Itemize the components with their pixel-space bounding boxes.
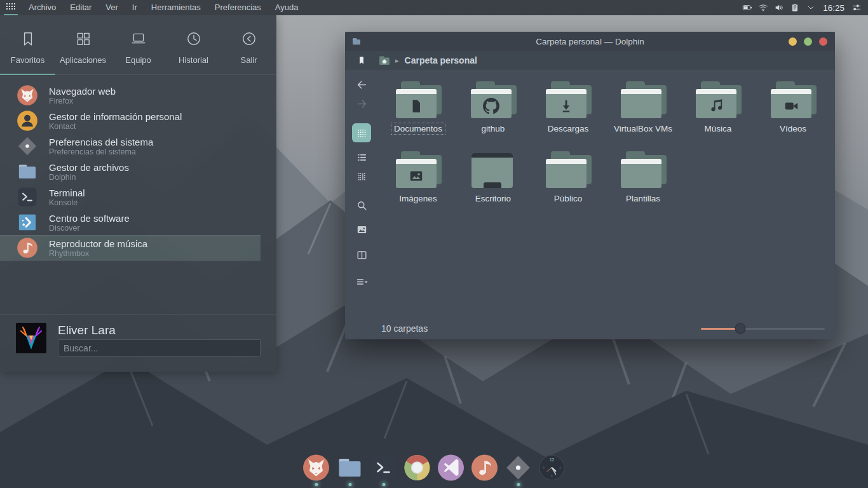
tab-equipo[interactable]: Equipo — [111, 24, 166, 75]
running-indicator — [315, 483, 318, 486]
launcher-footer: Eliver Lara — [0, 314, 276, 372]
folder-icon — [470, 81, 517, 118]
app-launcher-button[interactable] — [0, 0, 22, 15]
folder-item-videos[interactable]: Vídeos — [756, 81, 831, 147]
tab-aplicaciones[interactable]: Aplicaciones — [55, 24, 111, 75]
app-item-navegador-web[interactable]: Navegador webFirefox — [0, 83, 261, 108]
tab-label: Salir — [240, 55, 257, 65]
app-item-reproductor-de-musica[interactable]: Reproductor de músicaRhythmbox — [0, 235, 261, 261]
folder-item-imagenes[interactable]: Imágenes — [381, 151, 456, 217]
folder-item-escritorio[interactable]: Escritorio — [456, 151, 531, 217]
app-item-centro-de-software[interactable]: Centro de softwareDiscover — [0, 210, 261, 235]
app-title: Preferencias del sistema — [49, 137, 153, 147]
app-grid-icon — [6, 3, 15, 13]
zoom-slider-handle[interactable] — [735, 323, 746, 334]
menubar-item-preferencias[interactable]: Preferencias — [208, 0, 268, 15]
clock-analog-icon: 12369 — [538, 454, 566, 482]
folder-label: Música — [702, 123, 735, 135]
places-bookmark-icon[interactable] — [345, 55, 378, 65]
favorites-list: Navegador webFirefoxGestor de informació… — [0, 75, 276, 261]
menubar-item-herramientas[interactable]: Herramientas — [144, 0, 208, 15]
dock-item-system-settings[interactable] — [505, 454, 532, 487]
firefox-icon — [302, 454, 330, 482]
wifi-icon[interactable] — [758, 3, 768, 13]
menubar-item-ver[interactable]: Ver — [98, 0, 125, 15]
maximize-button[interactable] — [804, 37, 812, 46]
hamburger-menu-button[interactable] — [351, 272, 372, 291]
folder-item-github[interactable]: github — [456, 81, 531, 147]
dock-item-chrome[interactable] — [403, 454, 431, 487]
user-name: Eliver Lara — [58, 323, 261, 337]
app-title: Gestor de archivos — [49, 162, 129, 173]
search-input[interactable] — [58, 339, 261, 356]
app-subtitle: Preferencias del sistema — [49, 147, 153, 156]
preview-button[interactable] — [351, 220, 372, 239]
app-subtitle: Kontact — [49, 122, 182, 131]
arrow-right-icon — [356, 98, 368, 110]
folder-item-musica[interactable]: Música — [681, 81, 756, 147]
tab-historial[interactable]: Historial — [166, 24, 221, 75]
icons-view-button[interactable] — [352, 123, 371, 142]
details-view-button[interactable] — [351, 166, 372, 186]
svg-text:12: 12 — [550, 458, 555, 462]
folder-label: Imágenes — [396, 193, 440, 205]
dock-item-rhythmbox[interactable] — [471, 454, 499, 487]
split-button[interactable] — [351, 245, 372, 264]
forward-button[interactable] — [351, 94, 372, 113]
app-item-gestor-de-archivos[interactable]: Gestor de archivosDolphin — [0, 159, 261, 184]
launcher-tabs: FavoritosAplicacionesEquipoHistorialSali… — [0, 15, 276, 75]
sliders-icon[interactable] — [851, 3, 862, 13]
window-title: Carpeta personal — Dolphin — [345, 37, 835, 46]
compact-view-button[interactable] — [351, 147, 372, 166]
zoom-slider[interactable] — [701, 328, 825, 330]
vscode-icon — [437, 454, 465, 482]
folder-label: github — [478, 123, 508, 135]
volume-icon[interactable] — [774, 3, 784, 13]
history-icon — [186, 30, 202, 50]
tab-favoritos[interactable]: Favoritos — [0, 24, 55, 75]
back-button[interactable] — [351, 75, 372, 94]
minimize-button[interactable] — [789, 37, 797, 46]
menubar-item-ir[interactable]: Ir — [125, 0, 144, 15]
folder-item-documentos[interactable]: Documentos — [381, 81, 456, 147]
settings-diamond-icon — [17, 135, 38, 157]
dock-item-vscode[interactable] — [437, 454, 465, 487]
download-emblem-icon — [558, 98, 574, 114]
folder-item-plantillas[interactable]: Plantillas — [606, 151, 681, 217]
folder-view[interactable]: DocumentosgithubDescargasVirtualBox VMsM… — [378, 70, 835, 318]
folder-item-descargas[interactable]: Descargas — [531, 81, 606, 147]
battery-icon[interactable] — [742, 3, 752, 13]
tab-salir[interactable]: Salir — [221, 24, 276, 75]
app-title: Centro de software — [49, 213, 130, 224]
app-item-terminal[interactable]: TerminalKonsole — [0, 184, 261, 210]
app-item-gestor-de-informacion-personal[interactable]: Gestor de información personalKontact — [0, 108, 261, 133]
dock-item-firefox[interactable] — [302, 454, 330, 487]
dock-item-clock-widget[interactable]: 12369 — [538, 454, 566, 487]
search-icon — [356, 200, 368, 212]
tray-clock[interactable]: 16:25 — [823, 3, 844, 13]
svg-text:9: 9 — [543, 466, 545, 470]
titlebar[interactable]: Carpeta personal — Dolphin — [345, 32, 835, 51]
running-indicator — [382, 483, 385, 486]
dock-item-terminal[interactable] — [370, 454, 398, 487]
close-button[interactable] — [819, 37, 827, 46]
folder-icon — [545, 151, 592, 188]
home-folder-icon[interactable] — [378, 54, 391, 67]
menubar-item-editar[interactable]: Editar — [63, 0, 98, 15]
menubar-item-ayuda[interactable]: Ayuda — [268, 0, 306, 15]
dock-item-file-manager[interactable] — [336, 454, 364, 487]
folder-icon — [395, 81, 442, 118]
app-item-preferencias-del-sistema[interactable]: Preferencias del sistemaPreferencias del… — [0, 133, 261, 159]
menubar-item-archivo[interactable]: Archivo — [22, 0, 63, 15]
folder-item-virtualbox-vms[interactable]: VirtualBox VMs — [606, 81, 681, 147]
tab-label: Aplicaciones — [60, 55, 106, 65]
avatar[interactable] — [16, 323, 46, 353]
arrow-left-icon — [356, 79, 368, 91]
breadcrumb-label[interactable]: Carpeta personal — [405, 55, 477, 65]
tab-label: Historial — [179, 55, 208, 65]
chevron-down-icon[interactable] — [806, 3, 816, 13]
search-button[interactable] — [351, 196, 372, 215]
clipboard-icon[interactable] — [790, 3, 800, 13]
kontact-icon — [17, 110, 38, 132]
folder-item-publico[interactable]: Público — [531, 151, 606, 217]
